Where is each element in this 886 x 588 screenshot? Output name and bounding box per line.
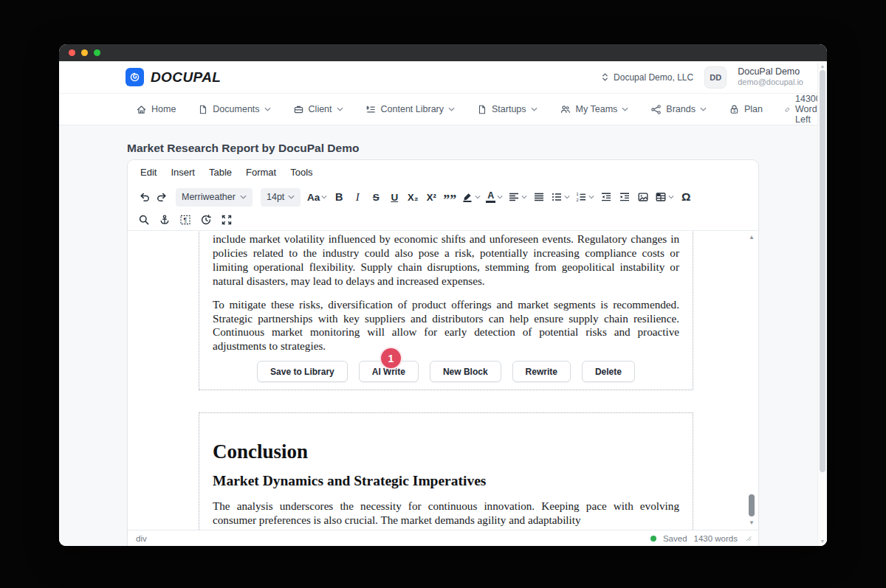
saved-status-icon [650,536,656,542]
close-window-button[interactable] [69,49,75,56]
superscript-button[interactable]: X² [422,188,440,206]
nav-label: Documents [213,104,259,114]
highlighter-icon [461,191,473,203]
user-meta[interactable]: DocuPal Demo demo@docupal.io [738,66,803,88]
numbered-list-dropdown[interactable]: 12 [573,188,597,206]
blockquote-button[interactable]: ”” [441,188,459,206]
font-family-select[interactable]: Merriweather [176,188,253,207]
paragraph-mitigation[interactable]: To mitigate these risks, diversification… [213,298,679,354]
nav-item-client[interactable]: Client [293,104,343,115]
text-color-icon: A [486,191,495,204]
resize-handle-icon[interactable] [744,534,752,542]
nav-label: Brands [666,104,696,114]
special-character-button[interactable]: Ω [677,188,695,206]
menu-table[interactable]: Table [209,167,232,178]
new-block-button[interactable]: New Block [430,361,501,382]
avatar[interactable]: DD [704,66,727,89]
app-window: DOCUPAL Docupal Demo, LLC DD DocuPal Dem… [59,44,827,546]
document-icon [477,104,487,115]
scroll-up-arrow[interactable]: ▲ [746,235,757,241]
pilcrow-box-icon: ¶ [179,214,191,226]
font-size-select[interactable]: 14pt [261,188,301,207]
chevron-down-icon [240,195,247,199]
chevron-down-icon [497,195,503,199]
conclusion-heading[interactable]: Conclusion [213,440,679,463]
chevron-down-icon [321,195,327,199]
bold-button[interactable]: B [330,188,348,206]
minimize-window-button[interactable] [81,49,88,56]
text-case-dropdown[interactable]: Aa [305,188,329,206]
chevron-down-icon [531,107,538,111]
strikethrough-button[interactable]: S [367,188,385,206]
brand-logo[interactable]: DOCUPAL [126,68,221,86]
table-dropdown[interactable] [653,188,676,206]
delete-button[interactable]: Delete [582,361,635,382]
page-scroll-down-arrow[interactable]: ▼ [818,539,827,544]
org-switcher-label: Docupal Demo, LLC [614,72,693,83]
page-scrollbar-thumb[interactable] [820,70,825,472]
nav-item-plan[interactable]: $ Plan [729,104,763,115]
brand-name: DOCUPAL [151,69,221,86]
italic-button[interactable]: I [348,188,366,206]
table-icon [655,191,667,203]
text-color-label: A [487,191,494,201]
fullscreen-button[interactable] [218,211,236,229]
insert-image-button[interactable] [634,188,652,206]
menu-edit[interactable]: Edit [140,167,157,178]
nav-item-startups[interactable]: Startups [477,104,538,115]
menu-tools[interactable]: Tools [290,167,312,178]
underline-button[interactable]: U [385,188,403,206]
conclusion-subheading[interactable]: Market Dynamics and Strategic Imperative… [213,471,679,490]
nav-item-documents[interactable]: Documents [198,104,270,115]
brand-spiral-icon [126,68,144,86]
subscript-button[interactable]: X₂ [404,188,422,206]
editor-card: Edit Insert Table Format Tools Merriweat… [127,159,759,546]
text-color-dropdown[interactable]: A [484,188,505,206]
align-dropdown[interactable] [506,188,529,206]
highlight-color-dropdown[interactable] [459,188,483,206]
nav-item-content-library[interactable]: Content Library [365,104,455,115]
word-count[interactable]: 1430 words [694,534,738,543]
svg-text:1: 1 [577,192,579,196]
save-to-library-button[interactable]: Save to Library [257,361,348,382]
menu-insert[interactable]: Insert [171,167,195,178]
zoom-window-button[interactable] [94,49,100,56]
sort-arrows-icon [601,72,609,82]
page-scroll-up-arrow[interactable]: ▲ [818,63,827,69]
share-nodes-icon [650,104,662,115]
restore-draft-button[interactable] [197,211,215,229]
nav-label: Plan [744,104,763,114]
undo-icon [138,191,150,203]
editor-scrollbar-thumb[interactable] [749,494,755,516]
anchor-button[interactable] [156,211,174,229]
bullet-list-dropdown[interactable] [549,188,572,206]
selected-block-risks[interactable]: include market volatility influenced by … [199,231,693,390]
element-path[interactable]: div [136,534,147,543]
font-family-value: Merriweather [182,192,236,202]
font-size-value: 14pt [267,192,284,202]
menu-format[interactable]: Format [246,167,276,178]
paragraph-risks[interactable]: include market volatility influenced by … [213,232,679,288]
justify-button[interactable] [530,188,548,206]
rewrite-button[interactable]: Rewrite [512,361,571,382]
chevron-down-icon [475,195,481,199]
nav-item-my-teams[interactable]: My Teams [560,104,629,115]
indent-button[interactable] [616,188,633,206]
user-email: demo@docupal.io [738,77,803,88]
redo-button[interactable] [154,188,171,206]
nav-item-home[interactable]: Home [136,104,176,115]
outdent-button[interactable] [597,188,615,206]
document-icon [198,104,208,115]
block-conclusion[interactable]: Conclusion Market Dynamics and Strategic… [199,412,693,530]
org-switcher[interactable]: Docupal Demo, LLC [601,72,693,83]
editor-menubar: Edit Insert Table Format Tools [128,160,758,184]
document-canvas[interactable]: include market volatility influenced by … [128,231,758,530]
comment-count-badge[interactable]: 1 [381,348,401,368]
paragraph-conclusion[interactable]: The analysis underscores the necessity f… [213,499,679,528]
visual-blocks-button[interactable]: ¶ [176,211,194,229]
scroll-down-arrow[interactable]: ▼ [746,520,757,526]
undo-button[interactable] [135,188,153,206]
search-replace-button[interactable] [135,211,153,229]
app-header: DOCUPAL Docupal Demo, LLC DD DocuPal Dem… [59,61,827,94]
nav-item-brands[interactable]: Brands [650,104,707,115]
